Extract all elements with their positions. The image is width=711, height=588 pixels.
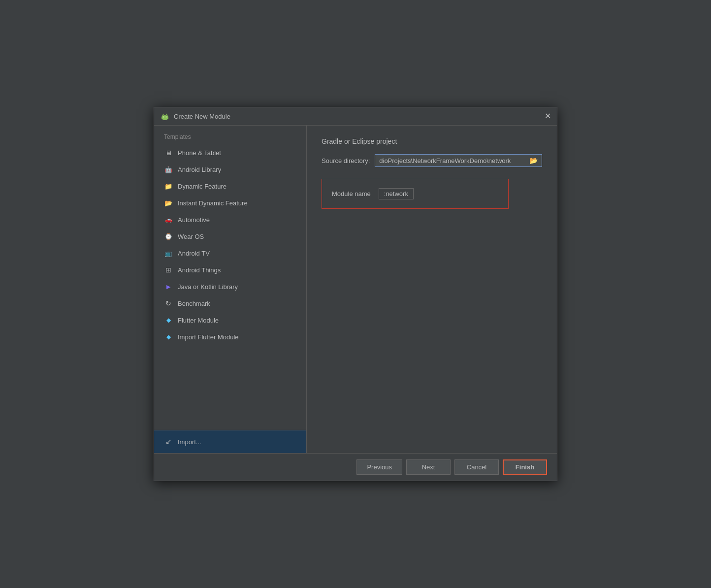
import-button[interactable]: Import... <box>154 430 306 453</box>
sidebar-item-import-flutter-module-label: Import Flutter Module <box>178 333 239 341</box>
kotlin-library-icon <box>164 282 173 291</box>
sidebar-item-kotlin-library[interactable]: Java or Kotlin Library <box>154 278 306 295</box>
android-library-icon <box>164 165 173 174</box>
sidebar-item-flutter-module[interactable]: Flutter Module <box>154 312 306 328</box>
sidebar-item-android-tv[interactable]: Android TV <box>154 245 306 261</box>
svg-line-7 <box>166 114 167 115</box>
finish-button[interactable]: Finish <box>503 459 547 475</box>
sidebar-item-phone-tablet-label: Phone & Tablet <box>178 149 221 157</box>
source-directory-row: Source directory: 📂 <box>322 154 542 167</box>
sidebar-item-flutter-module-label: Flutter Module <box>178 317 219 324</box>
sidebar-item-import-flutter-module[interactable]: Import Flutter Module <box>154 328 306 345</box>
sidebar-item-wear-os[interactable]: Wear OS <box>154 228 306 245</box>
android-things-icon <box>164 265 173 274</box>
source-directory-label: Source directory: <box>322 157 370 164</box>
phone-tablet-icon <box>164 148 173 157</box>
main-content: Gradle or Eclipse project Source directo… <box>307 126 557 453</box>
dialog-body: Templates Phone & Tablet Android Library… <box>154 126 557 453</box>
wear-os-icon <box>164 232 173 241</box>
sidebar-item-instant-dynamic-feature-label: Instant Dynamic Feature <box>178 199 248 207</box>
sidebar-item-kotlin-library-label: Java or Kotlin Library <box>178 283 238 291</box>
sidebar-item-wear-os-label: Wear OS <box>178 233 204 240</box>
sidebar-item-android-library-label: Android Library <box>178 166 221 173</box>
sidebar-item-automotive[interactable]: Automotive <box>154 211 306 228</box>
sidebar-item-instant-dynamic-feature[interactable]: Instant Dynamic Feature <box>154 195 306 211</box>
module-name-value: :network <box>379 188 414 199</box>
folder-browse-icon[interactable]: 📂 <box>529 157 538 164</box>
svg-point-4 <box>163 117 164 118</box>
cancel-button[interactable]: Cancel <box>454 459 499 475</box>
import-icon <box>164 437 173 446</box>
sidebar-item-dynamic-feature-label: Dynamic Feature <box>178 183 226 190</box>
source-directory-input[interactable] <box>379 157 529 164</box>
sidebar-item-automotive-label: Automotive <box>178 216 210 224</box>
sidebar: Templates Phone & Tablet Android Library… <box>154 126 307 453</box>
module-name-box: Module name :network <box>322 179 509 209</box>
flutter-module-icon <box>164 316 173 325</box>
section-title: Gradle or Eclipse project <box>322 137 542 145</box>
sidebar-item-dynamic-feature[interactable]: Dynamic Feature <box>154 178 306 195</box>
previous-button[interactable]: Previous <box>356 459 402 475</box>
automotive-icon <box>164 215 173 224</box>
android-logo-icon <box>160 111 170 121</box>
benchmark-icon <box>164 299 173 308</box>
dialog-title: Create New Module <box>174 113 230 120</box>
svg-rect-1 <box>162 116 168 119</box>
templates-section-label: Templates <box>154 126 306 144</box>
android-tv-icon <box>164 249 173 258</box>
title-bar: Create New Module ✕ <box>154 107 557 126</box>
dialog-footer: Previous Next Cancel Finish <box>154 453 557 481</box>
sidebar-item-android-things-label: Android Things <box>178 266 221 274</box>
svg-line-6 <box>163 114 163 115</box>
import-flutter-module-icon <box>164 332 173 341</box>
sidebar-item-phone-tablet[interactable]: Phone & Tablet <box>154 144 306 161</box>
import-button-label: Import... <box>178 438 201 446</box>
sidebar-item-android-tv-label: Android TV <box>178 250 210 257</box>
next-button[interactable]: Next <box>406 459 451 475</box>
sidebar-item-android-things[interactable]: Android Things <box>154 261 306 278</box>
sidebar-item-benchmark[interactable]: Benchmark <box>154 295 306 312</box>
create-new-module-dialog: Create New Module ✕ Templates Phone & Ta… <box>154 107 557 481</box>
dynamic-feature-icon <box>164 182 173 191</box>
sidebar-bottom: Import... <box>154 430 306 453</box>
module-name-label: Module name <box>332 190 371 197</box>
close-button[interactable]: ✕ <box>545 112 551 120</box>
title-bar-left: Create New Module <box>160 111 230 121</box>
sidebar-item-android-library[interactable]: Android Library <box>154 161 306 178</box>
svg-point-5 <box>166 117 167 118</box>
sidebar-item-benchmark-label: Benchmark <box>178 300 210 307</box>
source-directory-input-wrap: 📂 <box>375 154 542 167</box>
instant-dynamic-feature-icon <box>164 198 173 207</box>
